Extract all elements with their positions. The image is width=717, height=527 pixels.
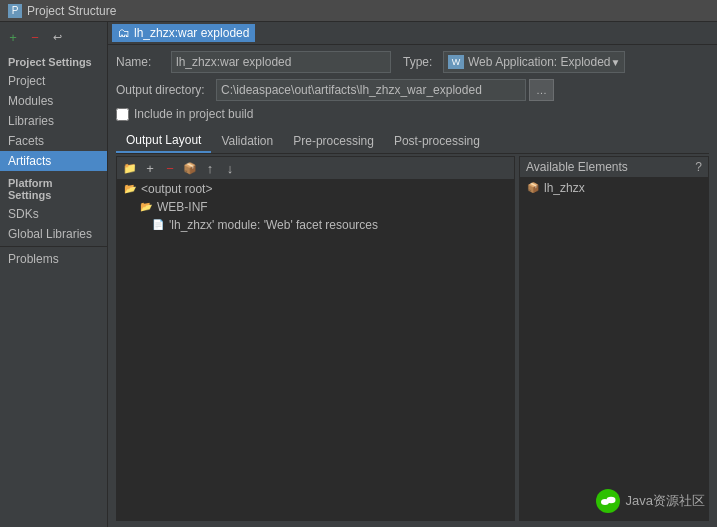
- title-bar: P Project Structure: [0, 0, 717, 22]
- folder-icon: 📂: [123, 182, 137, 196]
- type-select[interactable]: W Web Application: Exploded ▼: [443, 51, 625, 73]
- title-icon: P: [8, 4, 22, 18]
- right-panel: Name: Type: W Web Application: Exploded …: [108, 45, 717, 527]
- main-container: + − ↩ Project Settings Project Modules L…: [0, 22, 717, 527]
- browse-output-button[interactable]: …: [529, 79, 554, 101]
- watermark-text: Java资源社区: [626, 492, 705, 510]
- content-area: 🗂 lh_zhzx:war exploded Name: Type: W Web…: [108, 22, 717, 527]
- output-dir-input[interactable]: [216, 79, 526, 101]
- available-item-lh-zhzx[interactable]: 📦 lh_zhzx: [520, 178, 708, 198]
- tab-post-processing[interactable]: Post-processing: [384, 129, 490, 153]
- file-icon: 📄: [151, 218, 165, 232]
- sidebar-item-problems[interactable]: Problems: [0, 249, 107, 269]
- watermark-icon: [596, 489, 620, 513]
- platform-settings-label: Platform Settings: [0, 171, 107, 204]
- type-web-icon: W: [448, 55, 464, 69]
- sidebar-item-sdks[interactable]: SDKs: [0, 204, 107, 224]
- include-project-build-row: Include in project build: [116, 107, 709, 121]
- tabs-bar: Output Layout Validation Pre-processing …: [116, 129, 709, 154]
- available-header: Available Elements ?: [520, 157, 708, 178]
- include-project-build-label: Include in project build: [134, 107, 253, 121]
- include-project-build-checkbox[interactable]: [116, 108, 129, 121]
- available-item-label: lh_zhzx: [544, 181, 585, 195]
- tree-item-output-root[interactable]: 📂 <output root>: [117, 180, 514, 198]
- sidebar-item-global-libraries[interactable]: Global Libraries: [0, 224, 107, 244]
- move-down-button[interactable]: ↓: [221, 159, 239, 177]
- name-input[interactable]: [171, 51, 391, 73]
- sidebar-item-artifacts[interactable]: Artifacts: [0, 151, 107, 171]
- tree-item-label: <output root>: [141, 182, 212, 196]
- name-type-row: Name: Type: W Web Application: Exploded …: [116, 51, 709, 73]
- tab-pre-processing[interactable]: Pre-processing: [283, 129, 384, 153]
- sidebar-item-project[interactable]: Project: [0, 71, 107, 91]
- help-icon[interactable]: ?: [695, 160, 702, 174]
- output-layout-tree: 📁 + − 📦 ↑ ↓ 📂 <output root> 📂 WE: [116, 156, 515, 521]
- sidebar-extra-button[interactable]: ↩: [48, 28, 66, 46]
- tree-item-webinf[interactable]: 📂 WEB-INF: [133, 198, 514, 216]
- output-dir-label: Output directory:: [116, 83, 216, 97]
- module-icon: 📦: [526, 181, 540, 195]
- type-label: Type:: [403, 55, 443, 69]
- tab-validation[interactable]: Validation: [211, 129, 283, 153]
- sidebar-toolbar: + − ↩: [0, 26, 107, 50]
- tree-item-facet-label: 'lh_zhzx' module: 'Web' facet resources: [169, 218, 378, 232]
- svg-point-1: [606, 497, 615, 503]
- layout-tree-toolbar: 📁 + − 📦 ↑ ↓: [117, 157, 514, 180]
- sidebar-item-modules[interactable]: Modules: [0, 91, 107, 111]
- create-dir-button[interactable]: 📁: [121, 159, 139, 177]
- tab-output-layout[interactable]: Output Layout: [116, 129, 211, 153]
- artifact-list-item[interactable]: 🗂 lh_zhzx:war exploded: [112, 24, 255, 42]
- layout-panel: 📁 + − 📦 ↑ ↓ 📂 <output root> 📂 WE: [116, 156, 709, 521]
- type-value: Web Application: Exploded: [468, 55, 611, 69]
- move-up-button[interactable]: ↑: [201, 159, 219, 177]
- chevron-down-icon: ▼: [611, 57, 621, 68]
- artifact-list-item-label: lh_zhzx:war exploded: [134, 26, 249, 40]
- available-elements-panel: Available Elements ? 📦 lh_zhzx: [519, 156, 709, 521]
- name-label: Name:: [116, 55, 171, 69]
- watermark: Java资源社区: [596, 489, 705, 513]
- title-label: Project Structure: [27, 4, 116, 18]
- remove-artifact-button[interactable]: −: [26, 28, 44, 46]
- project-settings-label: Project Settings: [0, 50, 107, 71]
- wechat-icon: [600, 493, 616, 509]
- tree-item-facet-resources[interactable]: 📄 'lh_zhzx' module: 'Web' facet resource…: [145, 216, 514, 234]
- tree-item-webinf-label: WEB-INF: [157, 200, 208, 214]
- available-header-label: Available Elements: [526, 160, 628, 174]
- folder-open-icon: 📂: [139, 200, 153, 214]
- sidebar-item-libraries[interactable]: Libraries: [0, 111, 107, 131]
- sidebar: + − ↩ Project Settings Project Modules L…: [0, 22, 108, 527]
- artifact-folder-icon: 🗂: [118, 26, 130, 40]
- artifact-list-toolbar: 🗂 lh_zhzx:war exploded: [108, 22, 717, 45]
- layout-extra-button[interactable]: 📦: [181, 159, 199, 177]
- output-dir-row: Output directory: …: [116, 79, 709, 101]
- remove-button[interactable]: −: [161, 159, 179, 177]
- sidebar-item-facets[interactable]: Facets: [0, 131, 107, 151]
- add-file-button[interactable]: +: [141, 159, 159, 177]
- add-artifact-button[interactable]: +: [4, 28, 22, 46]
